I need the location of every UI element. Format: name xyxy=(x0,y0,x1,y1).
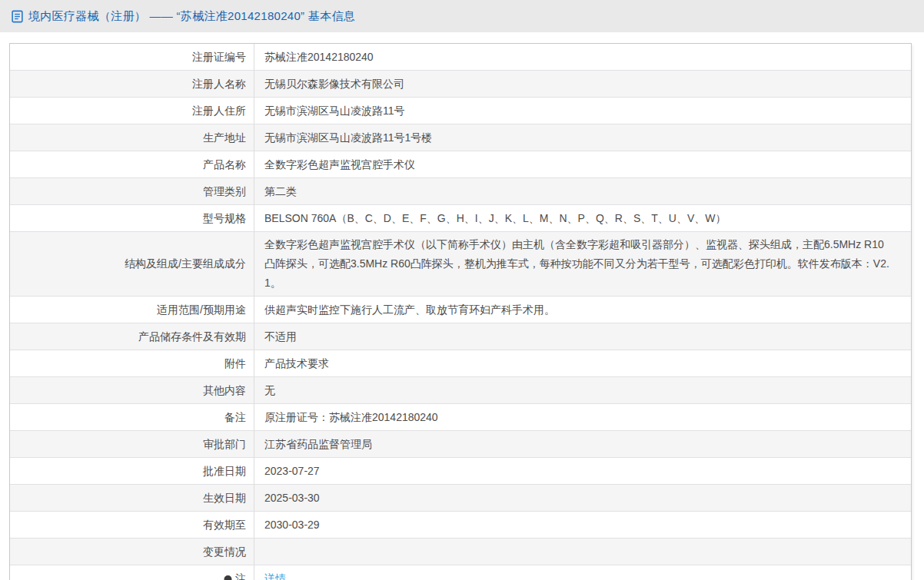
row-label-text: 审批部门 xyxy=(203,435,246,454)
table-row: 审批部门 江苏省药品监督管理局 xyxy=(10,431,911,458)
row-label: 注册人住所 xyxy=(10,98,254,124)
table-row: 适用范围/预期用途 供超声实时监控下施行人工流产、取放节育环妇产科手术用。 xyxy=(10,297,911,323)
row-label: 结构及组成/主要组成成分 xyxy=(10,232,254,296)
row-value: 无 xyxy=(254,377,911,403)
row-value: 无锡贝尔森影像技术有限公司 xyxy=(254,71,911,97)
row-value: 详情 xyxy=(254,565,911,580)
row-value: BELSON 760A（B、C、D、E、F、G、H、I、J、K、L、M、N、P、… xyxy=(254,205,911,231)
row-value-text: 无锡贝尔森影像技术有限公司 xyxy=(264,75,404,94)
row-label: 适用范围/预期用途 xyxy=(10,297,254,323)
row-label-text: 产品名称 xyxy=(203,155,246,174)
table-row: 型号规格 BELSON 760A（B、C、D、E、F、G、H、I、J、K、L、M… xyxy=(10,205,911,232)
row-label: 生产地址 xyxy=(10,124,254,151)
row-label: 注 xyxy=(10,565,254,580)
details-link[interactable]: 详情 xyxy=(264,569,286,580)
row-value xyxy=(254,539,911,565)
row-value-text: 无 xyxy=(264,381,275,400)
table-row: 其他内容 无 xyxy=(10,377,911,404)
row-label: 注册人名称 xyxy=(10,71,254,97)
table-row: 结构及组成/主要组成成分 全数字彩色超声监视宫腔手术仪（以下简称手术仪）由主机（… xyxy=(10,232,911,297)
table-row: 注册证编号 苏械注准20142180240 xyxy=(10,44,911,71)
row-value: 苏械注准20142180240 xyxy=(254,44,911,70)
table-row: 变更情况 xyxy=(10,539,911,565)
row-value-text: 2030-03-29 xyxy=(264,515,320,535)
row-label-text: 注册人名称 xyxy=(192,75,246,94)
table-row: 备注 原注册证号：苏械注准20142180240 xyxy=(10,404,911,431)
table-row: 产品储存条件及有效期 不适用 xyxy=(10,323,911,350)
row-value: 供超声实时监控下施行人工流产、取放节育环妇产科手术用。 xyxy=(254,297,911,323)
row-label: 管理类别 xyxy=(10,178,254,204)
info-table: 注册证编号 苏械注准20142180240 注册人名称 无锡贝尔森影像技术有限公… xyxy=(9,43,912,580)
row-label-text: 管理类别 xyxy=(203,182,246,201)
table-row: 注册人名称 无锡贝尔森影像技术有限公司 xyxy=(10,71,911,98)
page-title: 境内医疗器械（注册） —— “苏械注准20142180240” 基本信息 xyxy=(28,9,355,24)
row-label: 批准日期 xyxy=(10,458,254,484)
table-row: 管理类别 第二类 xyxy=(10,178,911,205)
row-label-text: 附件 xyxy=(224,354,246,373)
row-label-text: 生效日期 xyxy=(203,489,246,508)
page-header: 境内医疗器械（注册） —— “苏械注准20142180240” 基本信息 xyxy=(0,0,924,32)
document-icon xyxy=(11,10,24,23)
row-value: 2023-07-27 xyxy=(254,458,911,484)
row-label: 审批部门 xyxy=(10,431,254,457)
row-value-text: 原注册证号：苏械注准20142180240 xyxy=(264,408,438,427)
row-value: 第二类 xyxy=(254,178,911,204)
row-value: 全数字彩色超声监视宫腔手术仪（以下简称手术仪）由主机（含全数字彩超和吸引器部分）… xyxy=(254,232,911,296)
row-value: 产品技术要求 xyxy=(254,350,911,376)
row-value-text: 第二类 xyxy=(264,182,297,201)
row-value: 无锡市滨湖区马山凌波路11号 xyxy=(254,98,911,124)
row-label-text: 注 xyxy=(235,569,246,580)
row-value-text: 江苏省药品监督管理局 xyxy=(264,435,372,454)
row-label-text: 结构及组成/主要组成成分 xyxy=(125,254,246,273)
table-row: 附件 产品技术要求 xyxy=(10,350,911,377)
row-label: 变更情况 xyxy=(10,539,254,565)
table-row: 注 详情 xyxy=(10,565,911,580)
row-label-text: 批准日期 xyxy=(203,462,246,481)
row-label-text: 其他内容 xyxy=(203,381,246,400)
row-value-text: 2023-07-27 xyxy=(264,462,320,481)
table-row: 有效期至 2030-03-29 xyxy=(10,512,911,539)
row-value-text: 全数字彩色超声监视宫腔手术仪（以下简称手术仪）由主机（含全数字彩超和吸引器部分）… xyxy=(264,235,894,293)
table-row: 生产地址 无锡市滨湖区马山凌波路11号1号楼 xyxy=(10,124,911,151)
row-value: 不适用 xyxy=(254,323,911,350)
row-label-text: 型号规格 xyxy=(203,209,246,228)
row-value: 江苏省药品监督管理局 xyxy=(254,431,911,457)
table-row: 生效日期 2025-03-30 xyxy=(10,485,911,512)
table-row: 产品名称 全数字彩色超声监视宫腔手术仪 xyxy=(10,151,911,178)
row-value-text: BELSON 760A（B、C、D、E、F、G、H、I、J、K、L、M、N、P、… xyxy=(264,209,726,228)
row-label-text: 有效期至 xyxy=(203,515,246,535)
row-value: 全数字彩色超声监视宫腔手术仪 xyxy=(254,151,911,177)
row-value: 原注册证号：苏械注准20142180240 xyxy=(254,404,911,430)
table-row: 批准日期 2023-07-27 xyxy=(10,458,911,485)
row-value-text: 产品技术要求 xyxy=(264,354,329,373)
row-label: 其他内容 xyxy=(10,377,254,403)
row-label: 附件 xyxy=(10,350,254,376)
row-label-text: 备注 xyxy=(224,408,246,427)
table-row: 注册人住所 无锡市滨湖区马山凌波路11号 xyxy=(10,98,911,124)
row-value-text: 不适用 xyxy=(264,327,297,346)
row-value: 2025-03-30 xyxy=(254,485,911,511)
row-label: 型号规格 xyxy=(10,205,254,231)
row-label: 有效期至 xyxy=(10,512,254,538)
row-value-text: 无锡市滨湖区马山凌波路11号1号楼 xyxy=(264,128,432,147)
row-label: 备注 xyxy=(10,404,254,430)
row-value: 无锡市滨湖区马山凌波路11号1号楼 xyxy=(254,124,911,151)
row-label: 注册证编号 xyxy=(10,44,254,70)
row-value-text: 无锡市滨湖区马山凌波路11号 xyxy=(264,101,405,121)
row-label-text: 注册人住所 xyxy=(192,101,246,121)
row-value-text: 2025-03-30 xyxy=(264,489,320,508)
row-value-text: 全数字彩色超声监视宫腔手术仪 xyxy=(264,155,415,174)
row-label-text: 产品储存条件及有效期 xyxy=(138,327,246,346)
row-value-text: 供超声实时监控下施行人工流产、取放节育环妇产科手术用。 xyxy=(264,300,555,320)
row-label: 产品储存条件及有效期 xyxy=(10,323,254,350)
row-label-text: 适用范围/预期用途 xyxy=(157,300,246,320)
row-value: 2030-03-29 xyxy=(254,512,911,538)
row-label-text: 注册证编号 xyxy=(192,48,246,67)
row-value-text: 苏械注准20142180240 xyxy=(264,48,374,67)
note-icon xyxy=(223,575,233,580)
row-label-text: 变更情况 xyxy=(203,542,246,562)
row-label: 生效日期 xyxy=(10,485,254,511)
row-label: 产品名称 xyxy=(10,151,254,177)
row-label-text: 生产地址 xyxy=(203,128,246,147)
